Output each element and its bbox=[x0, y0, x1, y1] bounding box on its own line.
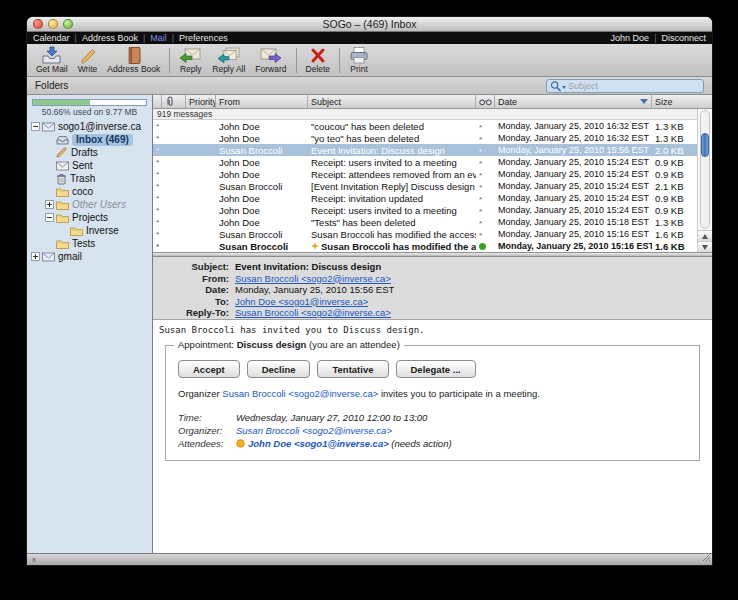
user-name: John Doe bbox=[611, 33, 650, 43]
folder-item-sogo1-inverse-ca[interactable]: sogo1@inverse.ca bbox=[29, 120, 150, 133]
column-date[interactable]: Date bbox=[495, 95, 652, 108]
preview-field-label: Reply-To: bbox=[159, 307, 235, 318]
appointment-detail-link[interactable]: Susan Broccoli <sogo2@inverse.ca> bbox=[236, 425, 392, 436]
column-read-status[interactable] bbox=[476, 95, 495, 108]
expander-minus-icon[interactable] bbox=[31, 122, 40, 131]
menu-item-preferences[interactable]: Preferences bbox=[179, 33, 228, 43]
toolbar-write-button[interactable]: Write bbox=[73, 45, 103, 76]
expander-minus-icon[interactable] bbox=[45, 213, 54, 222]
read-marker: * bbox=[479, 207, 482, 216]
search-box[interactable] bbox=[546, 79, 704, 93]
message-row[interactable]: *John Doe"Tests" has been deleted*Monday… bbox=[153, 216, 712, 228]
column-size[interactable]: Size bbox=[652, 95, 696, 108]
message-list-scrollbar[interactable] bbox=[697, 109, 712, 252]
column-attachment[interactable] bbox=[162, 95, 186, 108]
decline-button[interactable]: Decline bbox=[247, 360, 311, 378]
folder-item-inverse[interactable]: Inverse bbox=[29, 224, 150, 237]
sogo-window: SOGo – (469) Inbox Calendar|Address Book… bbox=[27, 17, 712, 565]
preview-field-link[interactable]: Susan Broccoli <sogo2@inverse.ca> bbox=[235, 307, 391, 318]
toolbar-forward-button[interactable]: Forward bbox=[250, 45, 291, 76]
column-flag[interactable] bbox=[153, 95, 162, 108]
date-cell: Monday, January 25, 2010 15:24 EST bbox=[495, 181, 652, 191]
folder-tree: sogo1@inverse.caInbox (469)DraftsSentTra… bbox=[29, 120, 150, 263]
subject-text: [Event Invitation Reply] Discuss design … bbox=[311, 181, 476, 192]
toolbar-button-label: Forward bbox=[255, 65, 286, 74]
folder-item-sent[interactable]: Sent bbox=[29, 159, 150, 172]
flag-cell: * bbox=[153, 182, 162, 191]
expander-plus-icon[interactable] bbox=[31, 252, 40, 261]
folder-item-other-users[interactable]: Other Users bbox=[29, 198, 150, 211]
appointment-detail-link[interactable]: John Doe <sogo1@inverse.ca> bbox=[248, 438, 389, 449]
preview-field-value: Monday, January 25, 2010 15:56 EST bbox=[235, 284, 394, 295]
forward-icon bbox=[259, 46, 282, 65]
organizer-link[interactable]: Susan Broccoli <sogo2@inverse.ca> bbox=[222, 388, 378, 399]
menu-item-calendar[interactable]: Calendar bbox=[33, 33, 70, 43]
menu-item-address-book[interactable]: Address Book bbox=[82, 33, 138, 43]
message-list-pane: Priority From Subject Date Size bbox=[153, 95, 712, 252]
message-row[interactable]: *John Doe"coucou" has been deleted*Monda… bbox=[153, 120, 712, 132]
message-row[interactable]: *Susan BroccoliSusan Broccoli has modifi… bbox=[153, 240, 712, 252]
scrollbar-thumb[interactable] bbox=[701, 133, 709, 157]
expander-plus-icon[interactable] bbox=[45, 200, 54, 209]
message-row[interactable]: *John DoeReceipt: users invited to a mee… bbox=[153, 204, 712, 216]
appointment-detail-row: Time:Wednesday, January 27, 2010 12:00 t… bbox=[178, 411, 689, 424]
message-row[interactable]: *Susan Broccoli[Event Invitation Reply] … bbox=[153, 180, 712, 192]
message-row[interactable]: *John Doe"yo teo" has been deleted*Monda… bbox=[153, 132, 712, 144]
folder-icon bbox=[56, 187, 69, 197]
folders-sidebar: 50.66% used on 9.77 MB sogo1@inverse.caI… bbox=[27, 95, 153, 553]
toolbar-get-mail-button[interactable]: Get Mail bbox=[31, 45, 73, 76]
message-row[interactable]: *John DoeReceipt: users invited to a mee… bbox=[153, 156, 712, 168]
preview-field-link[interactable]: John Doe <sogo1@inverse.ca> bbox=[235, 296, 368, 307]
toolbar-delete-button[interactable]: Delete bbox=[301, 45, 336, 76]
folder-item-gmail[interactable]: gmail bbox=[29, 250, 150, 263]
date-cell: Monday, January 25, 2010 15:24 EST bbox=[495, 157, 652, 167]
sort-descending-icon bbox=[640, 99, 648, 104]
message-row[interactable]: *John DoeReceipt: attendees removed from… bbox=[153, 168, 712, 180]
preview-field-link[interactable]: Susan Broccoli <sogo2@inverse.ca> bbox=[235, 273, 391, 284]
scroll-up-button[interactable] bbox=[698, 230, 712, 241]
message-row[interactable]: *John DoeReceipt: invitation updated*Mon… bbox=[153, 192, 712, 204]
status-close[interactable]: x bbox=[32, 555, 36, 564]
scrollbar-track[interactable] bbox=[700, 110, 710, 229]
scroll-down-button[interactable] bbox=[698, 241, 712, 252]
folder-icon bbox=[56, 200, 69, 210]
reply-icon bbox=[179, 46, 202, 65]
flag-cell: * bbox=[153, 230, 162, 239]
toolbar-reply-button[interactable]: Reply bbox=[174, 45, 207, 76]
appointment-detail-label: Time: bbox=[178, 412, 236, 423]
date-cell: Monday, January 25, 2010 16:32 EST bbox=[495, 133, 652, 143]
disconnect-link[interactable]: Disconnect bbox=[661, 33, 706, 43]
read-marker: * bbox=[479, 183, 482, 192]
menu-item-mail[interactable]: Mail bbox=[150, 33, 167, 43]
expander-placeholder bbox=[59, 226, 68, 235]
title-bar[interactable]: SOGo – (469) Inbox bbox=[27, 17, 712, 32]
folder-item-drafts[interactable]: Drafts bbox=[29, 146, 150, 159]
accept-button[interactable]: Accept bbox=[178, 360, 240, 378]
toolbar-reply-all-button[interactable]: Reply All bbox=[207, 45, 250, 76]
search-icon[interactable] bbox=[550, 80, 562, 92]
subject-text: Receipt: users invited to a meeting bbox=[311, 205, 457, 216]
column-priority[interactable]: Priority bbox=[186, 95, 216, 108]
delegate-button[interactable]: Delegate ... bbox=[396, 360, 476, 378]
toolbar-address-book-button[interactable]: Address Book bbox=[102, 45, 165, 76]
print-icon bbox=[349, 46, 369, 65]
subject-text: "yo teo" has been deleted bbox=[311, 133, 419, 144]
from-cell: John Doe bbox=[216, 121, 308, 132]
toolbar-print-button[interactable]: Print bbox=[344, 45, 374, 76]
message-row[interactable]: *Susan BroccoliSusan Broccoli has modifi… bbox=[153, 228, 712, 240]
sent-icon bbox=[56, 161, 69, 171]
folder-item-projects[interactable]: Projects bbox=[29, 211, 150, 224]
folder-item-inbox-469-[interactable]: Inbox (469) bbox=[29, 133, 150, 146]
glasses-icon bbox=[479, 98, 492, 106]
search-input[interactable] bbox=[568, 81, 700, 91]
search-options-caret-icon[interactable] bbox=[562, 86, 566, 89]
appointment-legend-prefix: Appointment: bbox=[178, 339, 237, 350]
folder-item-trash[interactable]: Trash bbox=[29, 172, 150, 185]
folder-item-coco[interactable]: coco bbox=[29, 185, 150, 198]
column-from[interactable]: From bbox=[216, 95, 308, 108]
resize-grip-icon[interactable] bbox=[702, 553, 711, 564]
tentative-button[interactable]: Tentative bbox=[317, 360, 388, 378]
message-row[interactable]: *Susan BroccoliEvent Invitation: Discuss… bbox=[153, 144, 712, 156]
folder-item-tests[interactable]: Tests bbox=[29, 237, 150, 250]
column-subject[interactable]: Subject bbox=[308, 95, 476, 108]
